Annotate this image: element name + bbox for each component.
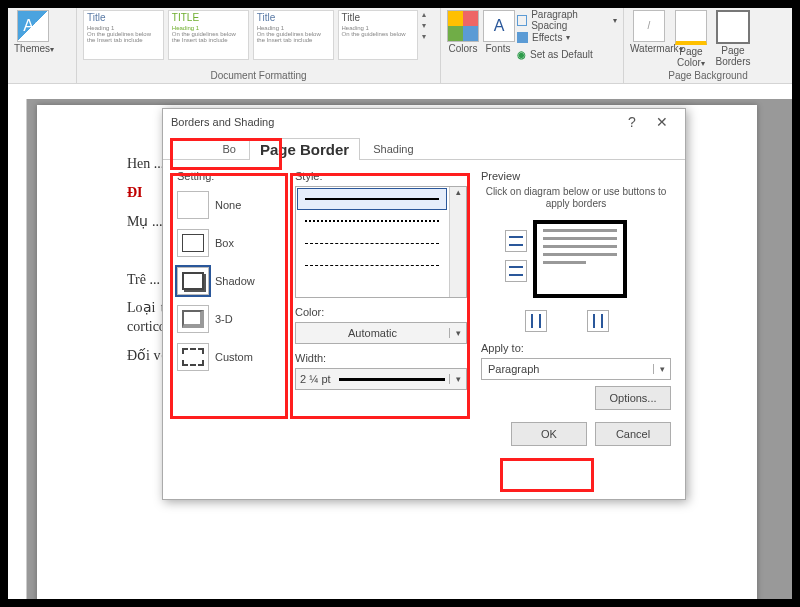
setting-shadow[interactable]: Shadow: [177, 262, 283, 300]
setting-3d[interactable]: 3-D: [177, 300, 283, 338]
color-dropdown[interactable]: Automatic▾: [295, 322, 467, 344]
border-bottom-toggle[interactable]: [505, 260, 527, 282]
chevron-down-icon: ▾: [449, 374, 466, 384]
set-default[interactable]: ◉Set as Default: [517, 46, 617, 62]
preview-label: Preview: [481, 170, 671, 182]
style-list[interactable]: [295, 186, 467, 298]
fonts-button[interactable]: A Fonts: [483, 10, 513, 55]
styleset-more[interactable]: ▴▾▾: [422, 10, 434, 41]
watermark-icon: /: [633, 10, 665, 42]
ok-button[interactable]: OK: [511, 422, 587, 446]
width-label: Width:: [295, 352, 467, 364]
colors-button[interactable]: Colors: [447, 10, 479, 55]
setting-custom[interactable]: Custom: [177, 338, 283, 376]
para-spacing-menu[interactable]: Paragraph Spacing▾: [517, 12, 617, 28]
fonts-icon: A: [483, 10, 515, 42]
page-color-button[interactable]: Page Color▾: [672, 10, 710, 68]
style-scrollbar[interactable]: [449, 187, 466, 297]
style-dot[interactable]: [298, 211, 446, 231]
tab-shading[interactable]: Shading: [360, 138, 426, 159]
style-label: Style:: [295, 170, 467, 182]
help-button[interactable]: ?: [617, 114, 647, 130]
border-top-toggle[interactable]: [505, 230, 527, 252]
preview-hint: Click on diagram below or use buttons to…: [481, 186, 671, 210]
themes-button[interactable]: Aa Themes▾: [14, 10, 52, 55]
color-label: Color:: [295, 306, 467, 318]
styleset-1[interactable]: TitleHeading 1On the guidelines belowthe…: [83, 10, 164, 60]
styleset-2[interactable]: TITLEHeading 1On the guidelines belowthe…: [168, 10, 249, 60]
style-dashdot[interactable]: [298, 255, 446, 275]
setting-none[interactable]: None: [177, 186, 283, 224]
tab-page-border[interactable]: Page Border: [249, 138, 360, 160]
apply-to-label: Apply to:: [481, 342, 671, 354]
dialog-title: Borders and Shading: [171, 116, 274, 128]
ribbon: Aa Themes▾ TitleHeading 1On the guidelin…: [8, 8, 792, 84]
styleset-3[interactable]: TitleHeading 1On the guidelines belowthe…: [253, 10, 334, 60]
setting-label: Setting:: [177, 170, 283, 182]
chevron-down-icon: ▾: [449, 328, 466, 338]
width-dropdown[interactable]: 2 ¼ pt▾: [295, 368, 467, 390]
border-right-toggle[interactable]: [587, 310, 609, 332]
page-borders-button[interactable]: Page Borders: [714, 10, 752, 67]
options-button[interactable]: Options...: [595, 386, 671, 410]
apply-to-dropdown[interactable]: Paragraph▾: [481, 358, 671, 380]
close-button[interactable]: ✕: [647, 114, 677, 130]
colors-icon: [447, 10, 479, 42]
borders-shading-dialog: Borders and Shading ? ✕ BordersBo Page B…: [162, 108, 686, 500]
chevron-down-icon: ▾: [653, 364, 670, 374]
page-borders-icon: [716, 10, 750, 44]
watermark-button[interactable]: /Watermark▾: [630, 10, 668, 55]
style-solid[interactable]: [298, 189, 446, 209]
styleset-4[interactable]: TitleHeading 1On the guidelines below: [338, 10, 419, 60]
page-color-icon: [675, 10, 707, 45]
preview-page[interactable]: [533, 220, 627, 298]
vertical-ruler[interactable]: [8, 99, 27, 599]
border-left-toggle[interactable]: [525, 310, 547, 332]
style-dash[interactable]: [298, 233, 446, 253]
effects-menu[interactable]: Effects▾: [517, 29, 617, 45]
themes-icon: Aa: [17, 10, 49, 42]
preview-diagram[interactable]: [511, 216, 641, 308]
tab-borders[interactable]: BordersBo: [171, 138, 249, 159]
cancel-button[interactable]: Cancel: [595, 422, 671, 446]
setting-box[interactable]: Box: [177, 224, 283, 262]
